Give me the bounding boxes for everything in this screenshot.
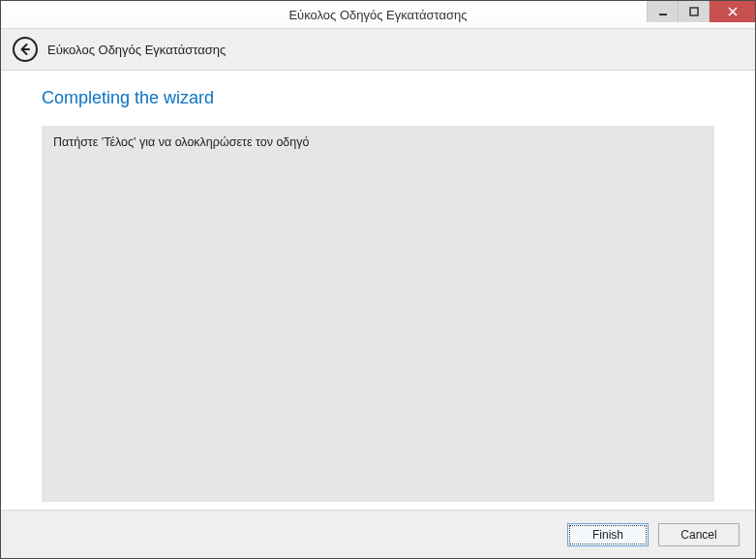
cancel-button[interactable]: Cancel [658,523,740,546]
close-button[interactable] [709,1,755,22]
window-controls [647,1,755,22]
window-title: Εύκολος Οδηγός Εγκατάστασης [1,8,755,22]
message-text: Πατήστε 'Τέλος' για να ολοκληρώσετε τον … [53,135,703,149]
minimize-icon [658,7,668,16]
page-heading: Completing the wizard [42,88,714,108]
maximize-icon [689,7,699,16]
subheader: Εύκολος Οδηγός Εγκατάστασης [1,28,755,71]
svg-rect-1 [690,8,698,15]
content-area: Completing the wizard Πατήστε 'Τέλος' γι… [1,71,755,510]
back-button[interactable] [13,37,38,62]
subheader-title: Εύκολος Οδηγός Εγκατάστασης [47,43,226,57]
finish-button[interactable]: Finish [567,523,649,546]
titlebar: Εύκολος Οδηγός Εγκατάστασης [1,1,755,28]
message-panel: Πατήστε 'Τέλος' για να ολοκληρώσετε τον … [42,126,714,502]
wizard-window: Εύκολος Οδηγός Εγκατάστασης [0,0,756,559]
close-icon [727,6,739,17]
back-arrow-icon [18,43,32,56]
maximize-button[interactable] [678,1,709,22]
footer: Finish Cancel [1,510,755,558]
svg-rect-0 [659,14,667,15]
minimize-button[interactable] [647,1,678,22]
